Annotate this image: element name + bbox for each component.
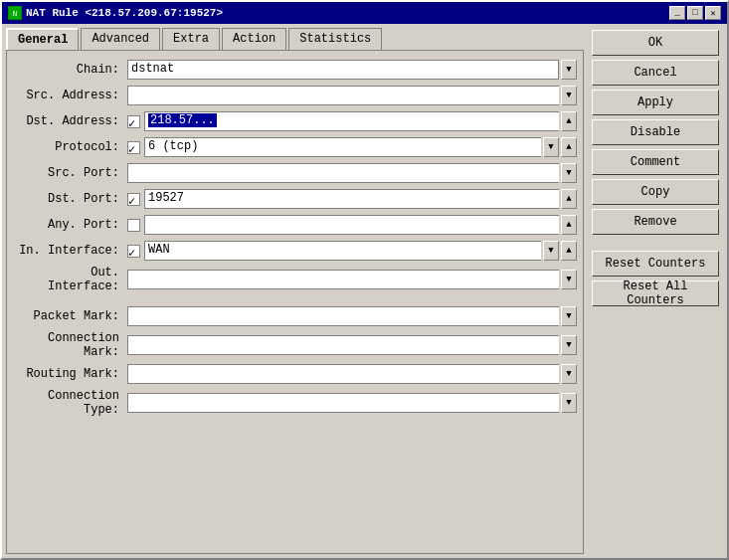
packet-mark-input[interactable] [127,306,559,326]
main-panel: General Advanced Extra Action Statistics… [2,24,588,558]
dst-port-input[interactable]: 19527 [144,189,559,209]
packet-mark-label: Packet Mark: [13,309,127,323]
minimize-button[interactable]: _ [669,6,685,20]
protocol-row: Protocol: ✓ 6 (tcp) ▼ ▲ [13,136,577,158]
dst-address-checkbox[interactable]: ✓ [127,115,140,128]
connection-mark-dropdown-btn[interactable]: ▼ [561,335,577,355]
any-port-checkbox[interactable] [127,219,140,232]
in-interface-input[interactable]: WAN [144,241,541,261]
chain-label: Chain: [13,63,127,77]
comment-button[interactable]: Comment [592,149,719,175]
in-interface-control: ✓ WAN ▼ ▲ [127,241,577,261]
protocol-dropdown-btn[interactable]: ▼ [543,137,559,157]
src-address-scroll-down[interactable]: ▼ [561,86,577,105]
close-button[interactable]: ✕ [705,6,721,20]
out-interface-label: Out. Interface: [13,266,127,293]
reset-counters-button[interactable]: Reset Counters [592,251,719,277]
chain-dropdown-btn[interactable]: ▼ [561,60,577,80]
any-port-scroll-up[interactable]: ▲ [561,215,577,235]
connection-type-input[interactable] [127,393,559,413]
window-title: NAT Rule <218.57.209.67:19527> [26,7,223,19]
routing-mark-dropdown-btn[interactable]: ▼ [561,364,577,384]
src-address-row: Src. Address: ▼ [13,85,577,106]
dst-address-scroll-up[interactable]: ▲ [561,111,577,131]
dst-address-control: ✓ 218.57... ▲ [127,111,577,131]
side-spacer [592,239,721,247]
chain-control: dstnat ▼ [127,60,577,80]
connection-type-row: Connection Type: ▼ [13,389,577,417]
src-port-control: ▼ [127,163,577,183]
any-port-control: ▲ [127,215,577,235]
connection-type-label: Connection Type: [13,389,127,417]
dst-port-label: Dst. Port: [13,192,127,206]
title-bar-controls: _ □ ✕ [669,6,721,20]
out-interface-input[interactable] [127,270,559,289]
tab-content-general: Chain: dstnat ▼ Src. Address: ▼ [6,50,584,554]
main-window: N NAT Rule <218.57.209.67:19527> _ □ ✕ G… [0,0,729,560]
connection-type-control: ▼ [127,393,577,413]
dst-address-input[interactable]: 218.57... [144,111,559,131]
dst-port-checkbox[interactable]: ✓ [127,193,140,206]
protocol-checkbox[interactable]: ✓ [127,141,140,154]
routing-mark-input[interactable] [127,364,559,384]
src-port-scroll-down[interactable]: ▼ [561,163,577,183]
src-port-label: Src. Port: [13,166,127,180]
dst-address-row: Dst. Address: ✓ 218.57... ▲ [13,110,577,132]
connection-mark-row: Connection Mark: ▼ [13,331,577,359]
chain-input[interactable]: dstnat [127,60,559,80]
dst-address-value: 218.57... [148,113,217,127]
any-port-row: Any. Port: ▲ [13,214,577,236]
protocol-control: ✓ 6 (tcp) ▼ ▲ [127,137,577,157]
connection-type-dropdown-btn[interactable]: ▼ [561,393,577,413]
window-icon: N [8,6,22,20]
spacer1 [13,297,577,305]
out-interface-dropdown-btn[interactable]: ▼ [561,270,577,289]
dst-port-control: ✓ 19527 ▲ [127,189,577,209]
tab-action[interactable]: Action [222,28,286,50]
cancel-button[interactable]: Cancel [592,60,719,86]
protocol-scroll-up[interactable]: ▲ [561,137,577,157]
packet-mark-row: Packet Mark: ▼ [13,305,577,327]
out-interface-control: ▼ [127,270,577,289]
in-interface-dropdown-btn[interactable]: ▼ [543,241,559,261]
routing-mark-row: Routing Mark: ▼ [13,363,577,385]
packet-mark-dropdown-btn[interactable]: ▼ [561,306,577,326]
maximize-button[interactable]: □ [687,6,703,20]
packet-mark-control: ▼ [127,306,577,326]
connection-mark-control: ▼ [127,335,577,355]
protocol-input[interactable]: 6 (tcp) [144,137,541,157]
apply-button[interactable]: Apply [592,90,719,115]
tab-bar: General Advanced Extra Action Statistics [6,28,584,50]
any-port-label: Any. Port: [13,218,127,232]
tab-statistics[interactable]: Statistics [288,28,382,50]
dst-address-label: Dst. Address: [13,114,127,128]
src-address-input[interactable] [127,86,559,105]
title-bar: N NAT Rule <218.57.209.67:19527> _ □ ✕ [2,2,727,24]
in-interface-row: In. Interface: ✓ WAN ▼ ▲ [13,240,577,262]
reset-all-counters-button[interactable]: Reset All Counters [592,280,719,306]
tab-extra[interactable]: Extra [162,28,220,50]
dst-port-row: Dst. Port: ✓ 19527 ▲ [13,188,577,210]
dst-port-scroll-up[interactable]: ▲ [561,189,577,209]
ok-button[interactable]: OK [592,30,719,56]
tab-advanced[interactable]: Advanced [81,28,160,50]
connection-mark-label: Connection Mark: [13,331,127,359]
side-panel: OK Cancel Apply Disable Comment Copy Rem… [588,24,727,558]
src-address-control: ▼ [127,86,577,105]
tab-general[interactable]: General [6,28,79,50]
in-interface-checkbox[interactable]: ✓ [127,245,140,258]
in-interface-scroll-up[interactable]: ▲ [561,241,577,261]
in-interface-label: In. Interface: [13,244,127,258]
protocol-label: Protocol: [13,140,127,154]
remove-button[interactable]: Remove [592,209,719,235]
routing-mark-control: ▼ [127,364,577,384]
connection-mark-input[interactable] [127,335,559,355]
src-port-input[interactable] [127,163,559,183]
any-port-input[interactable] [144,215,559,235]
disable-button[interactable]: Disable [592,119,719,145]
out-interface-row: Out. Interface: ▼ [13,266,577,293]
content-area: General Advanced Extra Action Statistics… [2,24,727,558]
chain-row: Chain: dstnat ▼ [13,59,577,81]
copy-button[interactable]: Copy [592,179,719,205]
src-address-label: Src. Address: [13,89,127,102]
